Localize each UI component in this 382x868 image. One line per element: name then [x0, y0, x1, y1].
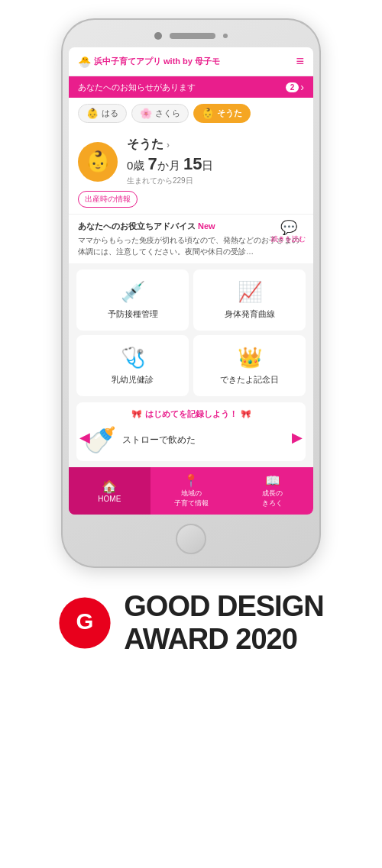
age-days: 15	[183, 154, 202, 173]
milestone-label: できたよ記念日	[220, 374, 279, 386]
app-title-text: 浜中子育てアプリ with by 母子モ	[94, 56, 220, 67]
home-icon: 🏠	[102, 479, 117, 494]
child-info-row: 👶 そうた › 0歳 7か月 15日 生まれてから229日	[78, 137, 213, 186]
read-more-button[interactable]: 💬 続きを読む	[271, 221, 306, 244]
advice-text: ママからもらった免疫が切れる頃なので、発熱などのお子さまの体調には、注意してくだ…	[78, 234, 304, 257]
speaker-bar	[170, 33, 215, 39]
child-details: そうた › 0歳 7か月 15日 生まれてから229日	[127, 137, 213, 186]
home-button[interactable]	[176, 524, 206, 554]
feature-grid: 💉 予防接種管理 📈 身体発育曲線 🩺 乳幼児健診 👑 できたよ記念日	[69, 263, 313, 402]
child-tab-sakura[interactable]: 🌸 さくら	[131, 104, 189, 123]
vaccination-icon: 💉	[121, 280, 145, 304]
svg-text:G: G	[76, 609, 94, 634]
child-info: 👶 そうた › 0歳 7か月 15日 生まれてから229日 出産時の情報	[69, 129, 313, 214]
local-label: 地域の 子育て情報	[174, 489, 209, 508]
child-tab-souta[interactable]: 👶 そうた	[193, 104, 251, 123]
milestone-section: 🎀 はじめてを記録しよう！ 🎀 ◀ 🍼 ストローで飲めた ▶	[76, 402, 306, 461]
bottom-nav-local[interactable]: 📍 地域の 子育て情報	[151, 467, 232, 515]
award-line2: AWARD 2020	[124, 623, 323, 656]
bottom-nav-growth[interactable]: 📖 成長の きろく	[231, 467, 313, 515]
bottom-nav: 🏠 HOME 📍 地域の 子育て情報 📖 成長の きろく	[69, 467, 313, 515]
age-years: 0	[127, 159, 133, 172]
home-label: HOME	[98, 495, 121, 503]
phone-screen: 🐣 浜中子育てアプリ with by 母子モ ≡ あなたへのお知らせがあります …	[69, 47, 313, 515]
award-section: G GOOD DESIGN AWARD 2020	[35, 583, 346, 663]
notification-text: あなたへのお知らせがあります	[78, 82, 196, 93]
banner-icon: 🎀	[131, 409, 142, 419]
sakura-label: さくら	[155, 108, 180, 119]
camera-dot	[154, 32, 162, 40]
feature-card-checkup[interactable]: 🩺 乳幼児健診	[76, 335, 189, 396]
app-header: 🐣 浜中子育てアプリ with by 母子モ ≡	[69, 47, 313, 76]
child-avatar: 👶	[78, 142, 118, 182]
milestone-text: ストローで飲めた	[122, 434, 196, 447]
advice-title: あなたへのお役立ちアドバイス New	[78, 221, 304, 232]
child-tab-haru[interactable]: 👶 はる	[78, 104, 127, 123]
milestone-prev-button[interactable]: ◀	[79, 429, 90, 446]
child-name-arrow: ›	[167, 140, 170, 150]
child-tabs: 👶 はる 🌸 さくら 👶 そうた	[69, 98, 313, 129]
child-name: そうた	[127, 137, 163, 153]
sensor-dot	[223, 34, 228, 38]
souta-label: そうた	[217, 108, 242, 119]
checkup-icon: 🩺	[121, 346, 145, 369]
app-logo-icon: 🐣	[78, 56, 91, 68]
feature-card-vaccination[interactable]: 💉 予防接種管理	[76, 269, 189, 331]
growth-record-icon: 📖	[265, 473, 280, 488]
local-icon: 📍	[183, 473, 199, 488]
app-title: 🐣 浜中子育てアプリ with by 母子モ	[78, 56, 220, 68]
award-text-block: GOOD DESIGN AWARD 2020	[124, 591, 323, 656]
child-days: 生まれてから229日	[127, 176, 213, 186]
good-design-logo: G	[58, 596, 112, 650]
notification-bar[interactable]: あなたへのお知らせがあります 2 ›	[69, 76, 313, 98]
bottom-nav-home[interactable]: 🏠 HOME	[69, 467, 151, 515]
growth-label: 身体発育曲線	[225, 308, 275, 320]
age-months: 7	[148, 154, 157, 173]
milestone-header: 🎀 はじめてを記録しよう！ 🎀	[84, 408, 298, 420]
milestone-header-text: はじめてを記録しよう！	[145, 408, 238, 420]
comment-icon: 💬	[271, 221, 306, 234]
milestone-next-button[interactable]: ▶	[292, 429, 303, 446]
award-line1: GOOD DESIGN	[124, 591, 323, 623]
milestone-icon: 👑	[238, 346, 262, 369]
hamburger-menu-button[interactable]: ≡	[296, 53, 304, 69]
checkup-label: 乳幼児健診	[112, 374, 154, 386]
birth-info-button[interactable]: 出産時の情報	[78, 191, 138, 208]
milestone-content: ◀ 🍼 ストローで飲めた ▶	[84, 424, 298, 455]
feature-card-growth[interactable]: 📈 身体発育曲線	[193, 269, 306, 331]
haru-label: はる	[102, 108, 118, 119]
vaccination-label: 予防接種管理	[108, 308, 158, 320]
growth-icon: 📈	[238, 280, 262, 304]
child-name-row: そうた ›	[127, 137, 213, 153]
sakura-icon: 🌸	[140, 108, 152, 119]
feature-card-milestone[interactable]: 👑 できたよ記念日	[193, 335, 306, 396]
notification-badge: 2	[286, 82, 299, 92]
banner-icon-right: 🎀	[241, 409, 251, 419]
haru-icon: 👶	[86, 108, 99, 119]
child-avatar-icon: 👶	[86, 150, 110, 173]
notification-right: 2 ›	[283, 81, 304, 93]
growth-record-label: 成長の きろく	[262, 489, 283, 508]
phone-top-bar	[69, 32, 313, 40]
advice-new-badge: New	[198, 221, 215, 231]
phone-bottom-bar	[69, 524, 313, 554]
child-age: 0歳 7か月 15日	[127, 154, 213, 174]
advice-section: あなたへのお役立ちアドバイス New ママからもらった免疫が切れる頃なので、発熱…	[69, 214, 313, 263]
phone-shell: 🐣 浜中子育てアプリ with by 母子モ ≡ あなたへのお知らせがあります …	[61, 18, 321, 568]
souta-icon: 👶	[202, 108, 214, 119]
notification-arrow: ›	[300, 81, 304, 93]
